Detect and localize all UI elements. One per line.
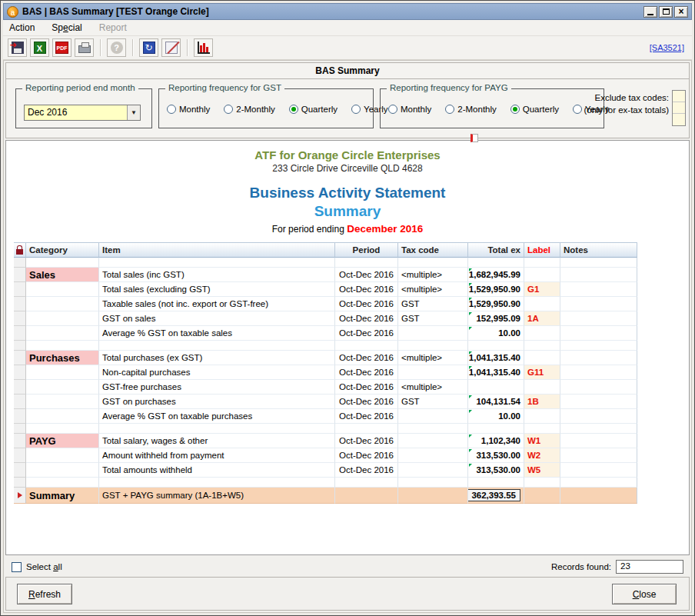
cell-period[interactable] — [335, 341, 398, 351]
cell-category[interactable] — [26, 395, 99, 409]
cell-label[interactable] — [524, 488, 560, 504]
cell-label[interactable]: W5 — [524, 463, 560, 478]
minimize-button[interactable] — [643, 6, 657, 18]
cell-label[interactable] — [524, 424, 560, 434]
cell-category[interactable] — [26, 365, 99, 380]
excel-export-icon[interactable]: X — [30, 38, 49, 57]
cell-total[interactable]: 10.00 — [468, 326, 524, 341]
radio-dot[interactable] — [351, 105, 361, 114]
cell-item[interactable] — [99, 341, 335, 351]
cell-total[interactable]: 313,530.00 — [468, 448, 524, 463]
cell-item[interactable]: Taxable sales (not inc. export or GST-fr… — [99, 297, 335, 311]
cell-category[interactable]: Sales — [26, 268, 99, 282]
cell-gutter[interactable] — [14, 258, 26, 268]
cell-label[interactable] — [524, 478, 560, 488]
close-dialog-button[interactable]: Close — [612, 584, 677, 604]
cell-notes[interactable] — [560, 395, 637, 409]
cell-gutter[interactable] — [14, 268, 26, 282]
cell-tax[interactable]: GST — [398, 311, 468, 326]
cell-label[interactable]: 1A — [524, 311, 560, 326]
cell-tax[interactable] — [398, 434, 468, 448]
row-selector-header[interactable] — [14, 242, 26, 258]
cell-period[interactable] — [335, 488, 398, 504]
cell-item[interactable]: Average % GST on taxable sales — [99, 326, 335, 341]
cell-gutter[interactable] — [14, 488, 26, 504]
cell-category[interactable] — [26, 478, 99, 488]
cell-notes[interactable] — [560, 478, 637, 488]
cell-tax[interactable] — [398, 478, 468, 488]
cell-category[interactable] — [26, 297, 99, 311]
cell-period[interactable]: Oct-Dec 2016 — [335, 311, 398, 326]
cell-item[interactable] — [99, 478, 335, 488]
cell-category[interactable]: Summary — [26, 488, 99, 504]
cell-tax[interactable]: <multiple> — [398, 268, 468, 282]
cell-notes[interactable] — [560, 341, 637, 351]
cell-tax[interactable] — [398, 409, 468, 424]
cell-label[interactable] — [524, 268, 560, 282]
refresh-icon[interactable]: ↻ — [139, 38, 158, 57]
cell-label[interactable] — [524, 380, 560, 395]
table-row[interactable] — [14, 478, 638, 488]
column-header-tax[interactable]: Tax code — [398, 242, 468, 258]
table-row[interactable]: SalesTotal sales (inc GST)Oct-Dec 2016<m… — [14, 268, 638, 282]
sa-code-link[interactable]: [SA3521] — [650, 43, 684, 52]
cell-total[interactable]: 104,131.54 — [468, 395, 524, 409]
table-row[interactable]: Average % GST on taxable purchasesOct-De… — [14, 409, 638, 424]
cell-period[interactable] — [335, 258, 398, 268]
cell-gutter[interactable] — [14, 341, 26, 351]
close-button[interactable]: × — [674, 6, 688, 18]
cell-tax[interactable]: GST — [398, 297, 468, 311]
cell-gutter[interactable] — [14, 448, 26, 463]
cell-period[interactable]: Oct-Dec 2016 — [335, 297, 398, 311]
cell-total[interactable] — [468, 478, 524, 488]
cell-label[interactable] — [524, 297, 560, 311]
cell-tax[interactable] — [398, 365, 468, 380]
cell-period[interactable]: Oct-Dec 2016 — [335, 434, 398, 448]
maximize-button[interactable] — [659, 6, 673, 18]
cell-total[interactable]: 1,529,950.90 — [468, 297, 524, 311]
cell-period[interactable]: Oct-Dec 2016 — [335, 448, 398, 463]
chevron-down-icon[interactable]: ▼ — [127, 105, 140, 120]
cell-total[interactable]: 10.00 — [468, 409, 524, 424]
cell-item[interactable]: Average % GST on taxable purchases — [99, 409, 335, 424]
cell-item[interactable]: Amount withheld from payment — [99, 448, 335, 463]
cell-item[interactable]: Total sales (inc GST) — [99, 268, 335, 282]
table-row[interactable]: PurchasesTotal purchases (ex GST)Oct-Dec… — [14, 351, 638, 365]
table-row[interactable]: GST on purchasesOct-Dec 2016GST104,131.5… — [14, 395, 638, 409]
cell-tax[interactable]: GST — [398, 395, 468, 409]
cell-item[interactable]: GST-free purchases — [99, 380, 335, 395]
cell-gutter[interactable] — [14, 365, 26, 380]
cell-label[interactable] — [524, 341, 560, 351]
cell-period[interactable]: Oct-Dec 2016 — [335, 380, 398, 395]
cell-item[interactable]: GST on purchases — [99, 395, 335, 409]
cell-category[interactable] — [26, 258, 99, 268]
cell-category[interactable] — [26, 326, 99, 341]
table-row[interactable]: Taxable sales (not inc. export or GST-fr… — [14, 297, 638, 311]
cell-item[interactable]: GST on sales — [99, 311, 335, 326]
radio-payg-2-monthly[interactable]: 2-Monthly — [445, 105, 497, 114]
cell-notes[interactable] — [560, 463, 637, 478]
column-header-notes[interactable]: Notes — [560, 242, 637, 258]
cell-total[interactable]: 313,530.00 — [468, 463, 524, 478]
cell-gutter[interactable] — [14, 463, 26, 478]
column-header-total[interactable]: Total ex — [468, 242, 524, 258]
splitter-handle-icon[interactable] — [471, 134, 478, 142]
cell-period[interactable]: Oct-Dec 2016 — [335, 409, 398, 424]
table-row[interactable]: GST-free purchasesOct-Dec 2016<multiple> — [14, 380, 638, 395]
cell-tax[interactable]: <multiple> — [398, 380, 468, 395]
cell-label[interactable] — [524, 326, 560, 341]
radio-gst-quarterly[interactable]: Quarterly — [289, 105, 338, 114]
cell-notes[interactable] — [560, 258, 637, 268]
cell-category[interactable] — [26, 341, 99, 351]
cell-category[interactable] — [26, 282, 99, 297]
cell-notes[interactable] — [560, 282, 637, 297]
radio-dot[interactable] — [289, 105, 298, 114]
refresh-button[interactable]: Refresh — [17, 584, 72, 604]
cell-item[interactable]: Total amounts withheld — [99, 463, 335, 478]
cell-total[interactable]: 1,102,340 — [468, 434, 524, 448]
radio-gst-2-monthly[interactable]: 2-Monthly — [224, 105, 275, 114]
cell-notes[interactable] — [560, 488, 637, 504]
cell-gutter[interactable] — [14, 478, 26, 488]
cell-notes[interactable] — [560, 311, 637, 326]
cell-gutter[interactable] — [14, 297, 26, 311]
